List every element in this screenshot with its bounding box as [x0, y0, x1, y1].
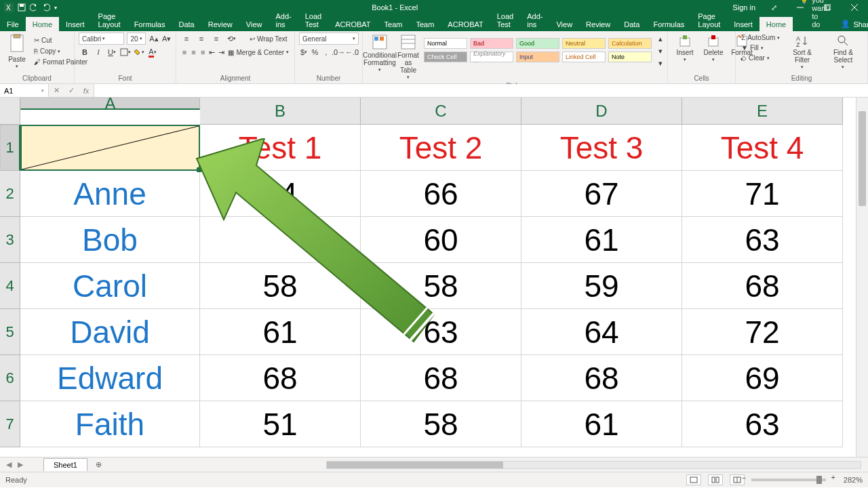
tab-nav-prev[interactable]: ◀ [0, 460, 18, 469]
select-all-corner[interactable] [0, 98, 20, 125]
find-select-button[interactable]: Find & Select▾ [823, 33, 863, 71]
cell-C4[interactable]: 58 [361, 263, 521, 309]
col-header-C[interactable]: C [361, 98, 521, 125]
enter-formula-button[interactable]: ✓ [64, 86, 79, 95]
fill-button[interactable]: ▼Fill▾ [740, 43, 781, 53]
merge-center-button[interactable]: ▦Merge & Center▾ [226, 47, 290, 58]
row-header-5[interactable]: 5 [0, 309, 20, 355]
tab-insert[interactable]: Insert [59, 17, 92, 31]
insert-cells-button[interactable]: Insert▾ [672, 33, 698, 64]
underline-button[interactable]: U▾ [106, 46, 118, 58]
close-button[interactable] [841, 0, 868, 15]
style-input[interactable]: Input [516, 52, 559, 62]
tell-me[interactable]: 💡 Tell me what you want to do [793, 0, 834, 31]
orientation-button[interactable]: ⟲▾ [225, 33, 237, 45]
tab-load-test[interactable]: Load Test [490, 9, 520, 31]
align-bottom-button[interactable]: ≡ [210, 33, 222, 45]
conditional-formatting-button[interactable]: Conditional Formatting▾ [367, 33, 393, 74]
cell-D3[interactable]: 61 [521, 217, 682, 263]
share-button[interactable]: 👤 Share [834, 16, 868, 31]
col-header-D[interactable]: D [521, 98, 682, 125]
cell-B5[interactable]: 61 [200, 309, 361, 355]
cell-C1[interactable]: Test 2 [361, 125, 521, 171]
tab-review[interactable]: Review [579, 17, 617, 31]
tab-home[interactable]: Home [26, 17, 59, 31]
comma-button[interactable]: , [321, 46, 331, 58]
cell-E5[interactable]: 72 [682, 309, 843, 355]
row-header-4[interactable]: 4 [0, 263, 20, 309]
inc-decimal-button[interactable]: .0→ [332, 46, 344, 58]
tab-formulas[interactable]: Formulas [127, 17, 172, 31]
wrap-text-button[interactable]: ↩Wrap Text [248, 34, 289, 44]
autosum-button[interactable]: ΣAutoSum▾ [740, 33, 781, 43]
col-header-B[interactable]: B [200, 98, 361, 125]
tab-file[interactable]: File [0, 17, 26, 31]
align-left-button[interactable]: ≡ [180, 46, 189, 58]
decrease-indent-button[interactable]: ⇤ [208, 46, 216, 58]
cell-C2[interactable]: 66 [361, 171, 521, 217]
accounting-button[interactable]: $▾ [299, 46, 309, 58]
cell-E4[interactable]: 68 [682, 263, 843, 309]
cell-B3[interactable] [200, 217, 361, 263]
horizontal-scrollbar[interactable] [326, 461, 861, 469]
tab-page-layout[interactable]: Page Layout [691, 9, 727, 31]
tab-data[interactable]: Data [172, 17, 201, 31]
style-good[interactable]: Good [516, 38, 559, 49]
format-as-table-button[interactable]: Format as Table▾ [395, 33, 421, 81]
number-format-select[interactable]: General▾ [299, 33, 359, 45]
cell-A3[interactable]: Bob [20, 217, 200, 263]
tab-data[interactable]: Data [617, 17, 646, 31]
gallery-more-icon[interactable]: ▾ [654, 57, 667, 69]
style-check-cell[interactable]: Check Cell [424, 52, 467, 62]
cancel-formula-button[interactable]: ✕ [49, 86, 64, 95]
tab-acrobat[interactable]: ACROBAT [328, 17, 377, 31]
tab-formulas[interactable]: Formulas [646, 17, 691, 31]
cell-B1[interactable]: Test 1 [200, 125, 361, 171]
cell-E2[interactable]: 71 [682, 171, 843, 217]
align-top-button[interactable]: ≡ [180, 33, 193, 45]
cell-C3[interactable]: 60 [361, 217, 521, 263]
new-sheet-button[interactable]: ⊕ [92, 459, 106, 471]
sort-filter-button[interactable]: AZSort & Filter▾ [784, 33, 820, 71]
row-header-2[interactable]: 2 [0, 171, 20, 217]
cell-B7[interactable]: 51 [200, 401, 361, 447]
row-header-3[interactable]: 3 [0, 217, 20, 263]
paste-button[interactable]: Paste ▾ [4, 33, 30, 70]
font-size-select[interactable]: 20▾ [127, 33, 146, 45]
ribbon-options-icon[interactable]: ⤢ [764, 3, 784, 12]
style-calculation[interactable]: Calculation [608, 38, 652, 49]
worksheet[interactable]: ABCDE 1234567 Test 1Test 2Test 3Test 4An… [0, 98, 868, 457]
align-right-button[interactable]: ≡ [199, 46, 207, 58]
border-button[interactable]: ▾ [119, 46, 132, 58]
increase-indent-button[interactable]: ⇥ [218, 46, 226, 58]
normal-view-button[interactable] [686, 474, 701, 485]
tab-insert[interactable]: Insert [727, 17, 760, 31]
cell-E1[interactable]: Test 4 [682, 125, 843, 171]
percent-button[interactable]: % [310, 46, 319, 58]
cell-C5[interactable]: 63 [361, 309, 521, 355]
save-icon[interactable] [18, 3, 26, 12]
tab-home[interactable]: Home [760, 17, 793, 31]
undo-icon[interactable] [30, 3, 38, 12]
cell-E6[interactable]: 69 [682, 355, 843, 401]
row-header-1[interactable]: 1 [0, 125, 20, 171]
grow-font-button[interactable]: A▴ [149, 33, 159, 45]
cell-D2[interactable]: 67 [521, 171, 682, 217]
vertical-scrollbar[interactable] [856, 98, 868, 457]
row-header-6[interactable]: 6 [0, 355, 20, 401]
tab-team[interactable]: Team [378, 17, 410, 31]
col-header-A[interactable]: A [20, 98, 200, 110]
fx-button[interactable]: fx [79, 87, 94, 95]
sign-in-link[interactable]: Sign in [732, 3, 755, 12]
style-bad[interactable]: Bad [470, 38, 513, 49]
cell-B2[interactable]: 64 [200, 171, 361, 217]
cell-E7[interactable]: 63 [682, 401, 843, 447]
zoom-level[interactable]: 282% [844, 476, 863, 484]
tab-add-ins[interactable]: Add-ins [269, 9, 298, 31]
cell-A6[interactable]: Edward [20, 355, 200, 401]
tab-review[interactable]: Review [201, 17, 239, 31]
cell-B4[interactable]: 58 [200, 263, 361, 309]
name-box[interactable]: A1▾ [0, 84, 49, 97]
cell-D7[interactable]: 61 [521, 401, 682, 447]
cell-A7[interactable]: Faith [20, 401, 200, 447]
